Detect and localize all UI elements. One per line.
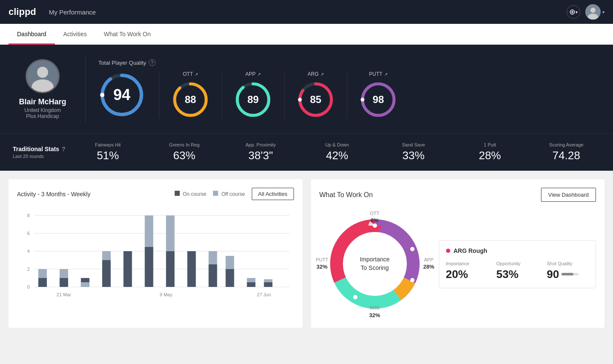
red-dot-icon <box>446 249 450 253</box>
info-card: ARG Rough Importance 20% Opportunity 53%… <box>439 240 596 288</box>
stat-fairways: Fairways Hit 51% <box>74 142 141 162</box>
player-name: Blair McHarg <box>19 97 66 106</box>
svg-point-4 <box>37 66 48 77</box>
wtwo-header: What To Work On View Dashboard <box>319 188 596 202</box>
stat-scoring: Scoring Average 74.28 <box>532 142 600 162</box>
donut-center-text: Importance To Scoring <box>360 255 389 272</box>
svg-rect-45 <box>226 269 234 287</box>
svg-rect-41 <box>166 215 175 251</box>
chart-header: Activity - 3 Months - Weekly On course O… <box>17 188 294 200</box>
putt-circle: 98 <box>359 80 397 119</box>
offcourse-legend: Off course <box>213 191 245 197</box>
player-country: United Kingdom <box>24 107 60 113</box>
svg-rect-35 <box>102 260 111 287</box>
app-score: 89 <box>248 94 259 106</box>
metric-opportunity: Opportunity 53% <box>496 261 538 281</box>
svg-rect-38 <box>145 247 153 287</box>
bar-fill <box>561 273 573 275</box>
chart-legend: On course Off course <box>175 191 245 197</box>
quality-gauges: 94 OTT ↗ 88 AP <box>98 71 600 119</box>
main-content: Activity - 3 Months - Weekly On course O… <box>0 171 613 336</box>
svg-text:21 Mar: 21 Mar <box>57 292 72 297</box>
wtwo-title: What To Work On <box>319 191 541 199</box>
stats-label-group: Traditional Stats ? Last 20 rounds <box>13 146 65 159</box>
svg-point-18 <box>361 98 365 102</box>
stat-1putt: 1 Putt 28% <box>456 142 524 162</box>
chevron-icon: ▾ <box>576 10 578 14</box>
svg-rect-50 <box>264 279 273 282</box>
svg-text:2: 2 <box>27 267 30 272</box>
info-metrics: Importance 20% Opportunity 53% Shot Qual… <box>446 261 589 281</box>
wtwo-card: What To Work On View Dashboard <box>311 179 605 328</box>
svg-point-15 <box>298 98 302 102</box>
label-arg: ARG 32% <box>369 305 380 319</box>
quality-header: Total Player Quality ? <box>98 59 600 66</box>
ott-score: 88 <box>185 94 196 106</box>
hero-section: Blair McHarg United Kingdom Plus Handica… <box>0 45 613 133</box>
label-app: APP 28% <box>423 257 434 271</box>
svg-point-8 <box>100 93 104 97</box>
svg-rect-43 <box>209 264 217 287</box>
player-info: Blair McHarg United Kingdom Plus Handica… <box>13 59 72 119</box>
tabs-bar: Dashboard Activities What To Work On <box>0 24 613 45</box>
bar-background <box>561 273 578 275</box>
svg-point-62 <box>353 295 357 299</box>
user-avatar-wrapper[interactable]: ▾ <box>585 4 604 20</box>
stat-greens: Greens In Reg 63% <box>150 142 218 162</box>
svg-rect-49 <box>264 282 273 287</box>
all-activities-button[interactable]: All Activities <box>252 188 294 200</box>
svg-rect-47 <box>247 282 256 287</box>
arrow-icon: ↗ <box>257 72 261 77</box>
ott-label: OTT ↗ <box>183 71 198 77</box>
view-dashboard-button[interactable]: View Dashboard <box>541 188 596 202</box>
add-button[interactable]: ⊕ ▾ <box>567 5 580 19</box>
tab-what-to-work-on[interactable]: What To Work On <box>95 24 159 45</box>
svg-rect-29 <box>38 278 47 287</box>
label-ott: OTT 8% <box>370 210 380 225</box>
svg-rect-48 <box>247 278 256 282</box>
stats-help-icon[interactable]: ? <box>62 146 66 152</box>
putt-score: 98 <box>373 94 384 106</box>
tab-dashboard[interactable]: Dashboard <box>9 24 55 45</box>
ott-circle: 88 <box>171 80 210 119</box>
tab-activities[interactable]: Activities <box>55 24 95 45</box>
svg-text:9 May: 9 May <box>160 292 173 297</box>
arg-label: ARG ↗ <box>308 71 324 77</box>
main-gauge: 94 <box>98 72 159 118</box>
player-avatar <box>26 59 60 93</box>
activity-chart-card: Activity - 3 Months - Weekly On course O… <box>9 179 302 328</box>
chart-svg: 8 6 4 2 0 <box>17 207 294 301</box>
svg-rect-39 <box>145 215 153 247</box>
app-circle: 89 <box>234 80 272 119</box>
svg-rect-40 <box>166 251 175 287</box>
metric-bar: 90 <box>547 268 589 281</box>
stat-sandsave: Sand Save 33% <box>380 142 447 162</box>
svg-text:6: 6 <box>27 231 30 236</box>
svg-rect-32 <box>60 269 68 278</box>
quality-section: Total Player Quality ? 94 OTT <box>98 59 600 119</box>
stat-updown: Up & Down 42% <box>303 142 371 162</box>
gauge-putt: PUTT ↗ 98 <box>347 71 409 119</box>
nav-title: My Performance <box>49 9 567 16</box>
svg-rect-44 <box>209 251 217 264</box>
stats-row: Traditional Stats ? Last 20 rounds Fairw… <box>0 133 613 171</box>
gauge-arg: ARG ↗ 85 <box>285 71 347 119</box>
svg-text:27 Jun: 27 Jun <box>257 292 271 297</box>
svg-text:0: 0 <box>27 284 30 289</box>
svg-point-60 <box>410 247 414 251</box>
logo[interactable]: clippd <box>9 6 36 17</box>
stat-proximity: App. Proximity 38'3" <box>227 142 294 162</box>
avatar <box>585 4 601 20</box>
main-score: 94 <box>113 86 130 104</box>
quality-title: Total Player Quality <box>98 60 146 66</box>
help-icon[interactable]: ? <box>149 59 155 66</box>
svg-text:8: 8 <box>27 213 30 218</box>
putt-label: PUTT ↗ <box>369 71 387 77</box>
stats-label: Traditional Stats ? <box>13 146 65 152</box>
svg-rect-31 <box>60 278 68 287</box>
top-nav: clippd My Performance ⊕ ▾ ▾ <box>0 0 613 24</box>
svg-point-61 <box>410 278 414 282</box>
hero-divider <box>85 55 86 123</box>
gauge-app: APP ↗ 89 <box>222 71 285 119</box>
svg-text:4: 4 <box>27 249 30 254</box>
